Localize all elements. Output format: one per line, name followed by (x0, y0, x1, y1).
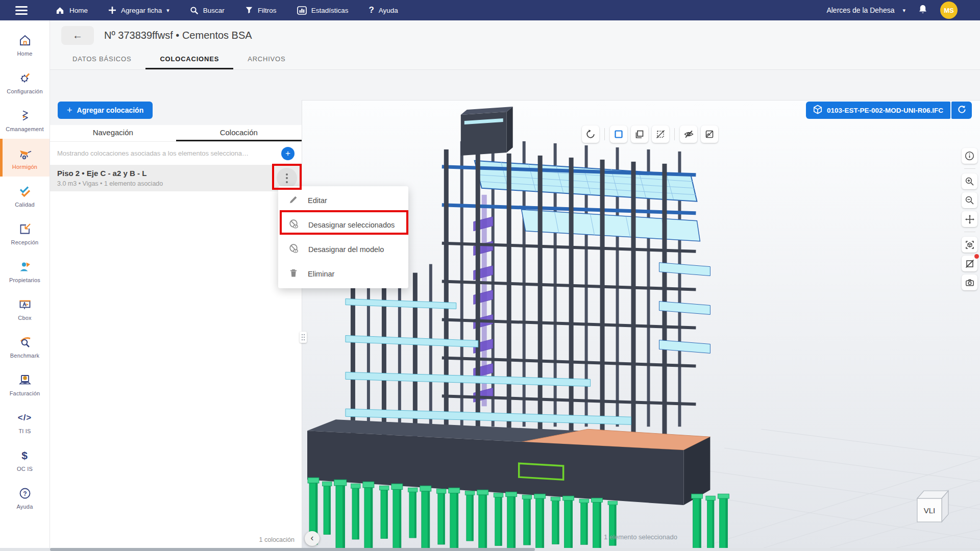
nav-ayuda[interactable]: ? Ayuda (369, 5, 398, 15)
nav-agregar-ficha[interactable]: Agregar ficha ▾ (108, 6, 169, 14)
tab-bar: DATOS BÁSICOS COLOCACIONES ARCHIVOS (50, 50, 980, 70)
tab-datos-basicos[interactable]: DATOS BÁSICOS (58, 50, 145, 69)
sidebar-item-ti-is[interactable]: </> TI IS (0, 403, 50, 441)
nav-label: Ayuda (379, 7, 398, 14)
selection-status: 1 elemento seleccionado (582, 533, 699, 541)
pan-icon[interactable] (962, 211, 977, 227)
sidebar-item-calidad[interactable]: Calidad (0, 177, 50, 214)
double-check-icon (18, 184, 32, 199)
svg-text:VLI: VLI (924, 506, 936, 515)
sidebar-item-ayuda[interactable]: ? Ayuda (0, 479, 50, 516)
colocacion-count: 1 colocación (259, 536, 295, 543)
panel-tab-navegacion[interactable]: Navegación (50, 125, 176, 141)
sidebar-label: Configuración (7, 88, 42, 94)
nav-label: Buscar (203, 7, 225, 14)
panel-tab-colocacion[interactable]: Colocación (176, 125, 302, 141)
menu-icon[interactable] (15, 6, 28, 15)
ifc-file-name: 0103-EST-PE-002-MOD-UNI-R06.IFC (827, 107, 943, 114)
sidebar-label: Facturación (10, 390, 40, 396)
ifc-file-button[interactable]: 0103-EST-PE-002-MOD-UNI-R06.IFC (806, 102, 950, 119)
filter-note: Mostrando colocaciones asociadas a los e… (57, 149, 281, 157)
sidebar-label: Calidad (15, 202, 35, 208)
nav-home[interactable]: Home (55, 6, 88, 15)
camera-icon[interactable] (962, 274, 977, 290)
nav-estadisticas[interactable]: Estadísticas (297, 6, 349, 15)
viewer-canvas[interactable] (302, 100, 980, 548)
tab-colocaciones[interactable]: COLOCACIONES (145, 50, 233, 69)
cube-scan-icon[interactable] (962, 237, 977, 253)
refresh-icon (957, 105, 967, 116)
inbox-arrow-icon (18, 221, 32, 237)
add-circle-button[interactable]: + (281, 147, 295, 160)
sidebar-item-facturacion[interactable]: Facturación (0, 365, 50, 403)
menu-item-desasignar-del-modelo[interactable]: Desasignar del modelo (278, 237, 408, 262)
select-box-icon[interactable] (610, 126, 627, 143)
workspace-selector[interactable]: Alerces de la Dehesa ▾ (826, 6, 905, 14)
magnifier-swoosh-icon (18, 335, 32, 350)
sidebar-item-cbox[interactable]: Cbox (0, 290, 50, 328)
unassign-eye-icon (288, 219, 299, 232)
question-circle-icon: ? (18, 486, 32, 501)
section-box-icon[interactable] (962, 256, 977, 271)
gear-icon (18, 70, 32, 86)
filter-icon (245, 6, 253, 14)
info-icon[interactable] (962, 148, 977, 164)
avatar[interactable]: MS (940, 2, 958, 19)
sidebar-item-hormigon[interactable]: Hormigón (0, 139, 50, 177)
sidebar-item-benchmark[interactable]: Benchmark (0, 328, 50, 365)
ifc-model-controls: 0103-EST-PE-002-MOD-UNI-R06.IFC (806, 102, 972, 119)
collapse-panel-button[interactable]: ‹ (305, 531, 320, 546)
sidebar-label: Home (17, 51, 32, 57)
menu-item-desasignar-seleccionados[interactable]: Desasignar seleccionados (278, 213, 408, 237)
bell-icon[interactable] (918, 4, 928, 17)
sidebar-label: Benchmark (10, 353, 39, 359)
refresh-model-button[interactable] (951, 102, 972, 119)
sidebar-label: Ayuda (17, 504, 33, 510)
add-colocacion-button[interactable]: + Agregar colocación (58, 102, 153, 119)
sidebar-label: Hormigón (12, 164, 37, 170)
nav-label: Home (69, 7, 88, 14)
question-icon: ? (369, 5, 374, 15)
top-navigation-bar: Home Agregar ficha ▾ Buscar Filtros Esta… (0, 0, 980, 20)
nav-label: Agregar ficha (121, 7, 162, 14)
stats-icon (297, 6, 307, 15)
navigation-cube[interactable]: VLI (913, 486, 950, 527)
sidebar-item-propietarios[interactable]: Propietarios (0, 252, 50, 290)
hide-selection-icon[interactable] (652, 126, 669, 143)
back-button[interactable]: ← (61, 26, 94, 45)
sidebar-item-cmanagement[interactable]: Cmanagement (0, 101, 50, 139)
hide-plane-icon[interactable] (701, 126, 718, 143)
svg-text:?: ? (23, 490, 27, 497)
nav-buscar[interactable]: Buscar (190, 6, 225, 15)
sidebar-item-oc-is[interactable]: $ OC IS (0, 441, 50, 479)
menu-item-eliminar[interactable]: Eliminar (278, 262, 408, 286)
sidebar-item-home[interactable]: Home (0, 26, 50, 63)
sidebar-item-configuracion[interactable]: Configuración (0, 63, 50, 101)
sidebar-label: Recepción (11, 239, 39, 245)
rotate-icon[interactable] (582, 126, 599, 143)
workspace-name: Alerces de la Dehesa (826, 6, 894, 14)
sidebar-item-recepcion[interactable]: Recepción (0, 214, 50, 252)
zoom-in-icon[interactable] (962, 173, 977, 189)
nav-filtros[interactable]: Filtros (245, 6, 277, 14)
eye-slash-icon[interactable] (680, 126, 697, 143)
menu-item-editar[interactable]: Editar (278, 188, 408, 213)
trash-icon (288, 268, 299, 280)
panel-resize-grip[interactable] (300, 332, 307, 343)
home-icon (55, 6, 65, 15)
sidebar: Home Configuración Cmanagement Hormigón … (0, 20, 50, 551)
zoom-out-icon[interactable] (962, 192, 977, 208)
scrollbar-thumb[interactable] (50, 548, 535, 551)
colocacion-list-item[interactable]: Piso 2 • Eje C - a2 y B - L 3.0 m3 • Vig… (50, 165, 302, 191)
item-overflow-menu-button[interactable] (277, 168, 297, 188)
colocaciones-panel: Navegación Colocación Mostrando colocaci… (50, 125, 302, 548)
rail-separator (964, 232, 975, 232)
app-window: Home Agregar ficha ▾ Buscar Filtros Esta… (0, 0, 980, 551)
item-subtitle: 3.0 m3 • Vigas • 1 elemento asociado (57, 180, 271, 187)
horizontal-scrollbar[interactable] (0, 548, 980, 551)
drafting-board-icon (18, 297, 32, 312)
panel-tab-bar: Navegación Colocación (50, 125, 302, 142)
layers-icon[interactable] (631, 126, 648, 143)
sidebar-label: Cmanagement (6, 126, 43, 132)
tab-archivos[interactable]: ARCHIVOS (233, 50, 300, 69)
